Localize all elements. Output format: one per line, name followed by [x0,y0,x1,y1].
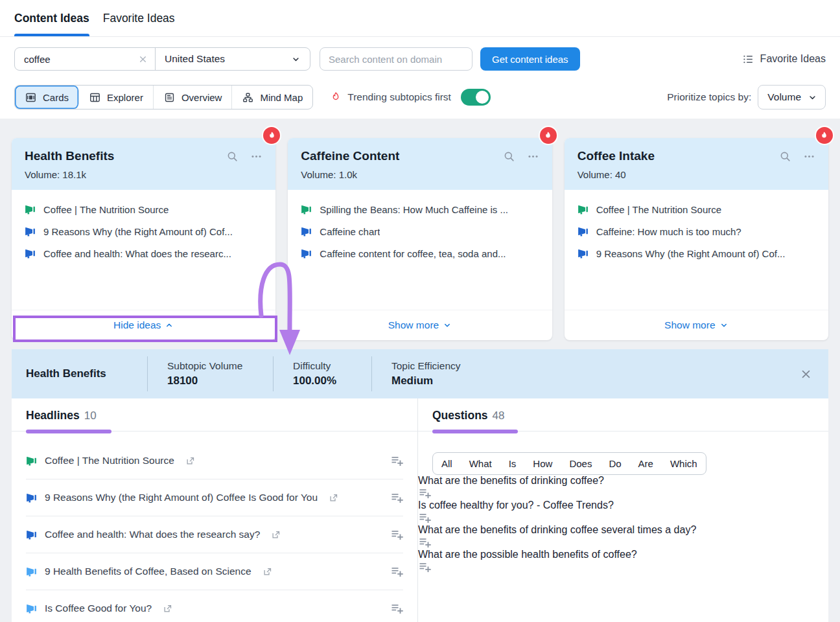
topic-card-caffeine-content: Caffeine Content Volume: 1.0k [288,138,552,340]
filter-does[interactable]: Does [561,453,600,474]
tab-content-ideas-label: Content Ideas [14,12,89,25]
add-to-list-icon[interactable] [418,487,828,500]
add-to-list-icon[interactable] [390,454,403,467]
view-tab-cards[interactable]: Cards [15,86,79,109]
headline-text: Is Coffee Good for You? [45,603,152,614]
tab-favorite-ideas[interactable]: Favorite Ideas [103,0,175,36]
card-idea-item[interactable]: Coffee | The Nutrition Source [25,203,262,215]
more-icon[interactable] [527,150,539,163]
show-more-link[interactable]: Show more [288,310,552,340]
view-tab-overview[interactable]: Overview [154,86,233,109]
favorite-ideas-link[interactable]: Favorite Ideas [742,53,826,65]
add-to-list-icon[interactable] [390,565,403,578]
chevron-down-icon [719,321,729,330]
domain-search-input[interactable]: Search content on domain [320,47,472,71]
card-idea-text: 9 Reasons Why (the Right Amount of) Cof.… [596,248,786,259]
card-idea-item[interactable]: 9 Reasons Why (the Right Amount of) Cof.… [578,248,815,259]
more-icon[interactable] [803,150,815,163]
add-to-list-icon[interactable] [390,491,403,504]
trending-toggle[interactable] [461,89,491,106]
headlines-active-underline [26,430,111,433]
stat-topic-efficiency: Topic Efficiency Medium [372,360,800,387]
topic-research-page: Content Ideas Favorite Ideas United Stat… [0,0,840,622]
add-to-list-icon[interactable] [418,511,828,524]
show-more-link[interactable]: Show more [565,310,828,340]
headline-text: 9 Reasons Why (the Right Amount of) Coff… [45,492,318,503]
external-link-icon[interactable] [163,604,172,614]
megaphone-icon [25,225,36,237]
headlines-list: Coffee | The Nutrition Source 9 Reasons … [12,433,417,622]
get-content-ideas-button[interactable]: Get content ideas [480,47,580,71]
filter-what[interactable]: What [461,453,500,474]
tab-content-ideas[interactable]: Content Ideas [14,0,89,36]
card-idea-list: Coffee | The Nutrition Source 9 Reasons … [12,190,275,310]
external-link-icon[interactable] [329,493,338,503]
close-icon[interactable] [800,369,811,380]
search-icon[interactable] [779,150,791,163]
filter-are[interactable]: Are [630,453,662,474]
stat-value: 100.00% [293,374,371,387]
add-to-list-icon[interactable] [418,560,828,573]
card-idea-item[interactable]: Coffee | The Nutrition Source [578,203,815,215]
view-tab-mind-map[interactable]: Mind Map [232,86,312,109]
add-to-list-icon[interactable] [418,536,828,549]
stat-difficulty: Difficulty 100.00% [274,360,371,387]
card-header: Caffeine Content Volume: 1.0k [288,138,552,190]
topic-card-coffee-intake: Coffee Intake Volume: 40 [565,138,828,340]
filter-which[interactable]: Which [662,453,706,474]
flame-icon [330,91,342,103]
card-idea-list: Coffee | The Nutrition Source Caffeine: … [565,190,828,310]
card-idea-item[interactable]: 9 Reasons Why (the Right Amount of) Cof.… [25,225,262,237]
prioritize-select[interactable]: Volume [758,85,826,109]
view-tab-explorer[interactable]: Explorer [79,86,154,109]
explorer-icon [89,91,101,104]
detail-title: Health Benefits [12,367,147,380]
view-tab-mind-map-label: Mind Map [260,92,303,103]
keyword-input[interactable] [23,53,134,65]
headline-text: 9 Health Benefits of Coffee, Based on Sc… [45,566,251,577]
question-text: What are the benefits of drinking coffee… [418,475,604,486]
view-switcher-row: Cards Explorer Overview [0,71,840,109]
search-icon[interactable] [226,150,239,163]
add-to-list-icon[interactable] [390,528,403,541]
more-icon[interactable] [250,150,262,163]
card-idea-item[interactable]: Spilling the Beans: How Much Caffeine is… [301,203,539,215]
external-link-icon[interactable] [262,567,272,577]
search-icon[interactable] [503,150,515,163]
filter-is[interactable]: Is [500,453,525,474]
card-header: Coffee Intake Volume: 40 [565,138,828,190]
card-idea-text: Caffeine: How much is too much? [596,226,741,237]
main-tab-bar: Content Ideas Favorite Ideas [0,0,840,37]
add-to-list-icon[interactable] [390,602,403,615]
external-link-icon[interactable] [271,530,281,540]
topic-card-health-benefits: Health Benefits Volume: 18.1k [12,138,275,340]
filter-how[interactable]: How [524,453,561,474]
card-idea-item[interactable]: Caffeine: How much is too much? [578,225,815,237]
external-link-icon[interactable] [185,456,195,466]
search-row: United States Search content on domain G… [0,37,840,71]
headlines-header: Headlines10 [12,398,417,433]
topic-cards-row: Health Benefits Volume: 18.1k [0,119,840,340]
card-idea-item[interactable]: Caffeine content for coffee, tea, soda a… [301,248,539,259]
view-tab-overview-label: Overview [181,92,222,103]
card-idea-item[interactable]: Caffeine chart [301,225,539,237]
card-idea-text: Spilling the Beans: How Much Caffeine is… [320,204,508,215]
overview-icon [163,91,176,104]
chevron-down-icon [808,93,817,102]
country-select[interactable]: United States [156,48,310,70]
card-title: Coffee Intake [578,149,779,163]
trending-subtopics-control: Trending subtopics first [330,89,491,106]
toggle-knob [476,91,489,104]
view-tab-explorer-label: Explorer [107,92,143,103]
card-idea-item[interactable]: Coffee and health: What does the researc… [25,248,262,259]
keyword-country-combo: United States [14,47,310,71]
question-row: Is coffee healthy for you? - Coffee Tren… [418,500,828,524]
megaphone-icon [578,248,589,259]
favorite-ideas-link-label: Favorite Ideas [760,53,826,65]
filter-do[interactable]: Do [600,453,629,474]
megaphone-icon [26,492,38,503]
filter-all[interactable]: All [433,453,461,474]
card-title: Caffeine Content [301,149,502,163]
card-idea-text: Caffeine content for coffee, tea, soda a… [320,248,506,259]
clear-icon[interactable] [139,55,147,63]
